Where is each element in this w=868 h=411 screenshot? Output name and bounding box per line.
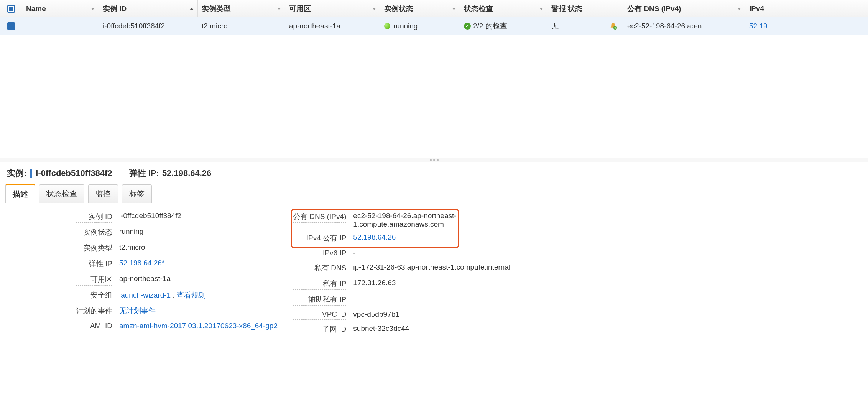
cell-public-dns-value: ec2-52-198-64-26.ap-n… <box>627 22 709 30</box>
ami-id-value[interactable]: amzn-ami-hvm-2017.03.1.20170623-x86_64-g… <box>119 322 278 331</box>
col-public-dns[interactable]: 公有 DNS (IPv4) <box>623 0 745 17</box>
sort-icon <box>277 8 281 10</box>
row-checkbox[interactable] <box>7 22 15 30</box>
detail-elastic-ip-label: 弹性 IP: <box>129 168 159 179</box>
az-value: ap-northeast-1a <box>119 275 278 286</box>
kv-right-column: 公有 DNS (IPv4) ec2-52-198-64-26.ap-northe… <box>293 212 510 335</box>
sort-icon <box>91 8 95 10</box>
description-panel: 实例 ID i-0ffcdeb510ff384f2 实例状态 running 实… <box>0 203 868 339</box>
row-checkbox-cell[interactable] <box>0 22 22 30</box>
cell-alarm-status: 无 <box>547 21 623 31</box>
tab-monitoring[interactable]: 监控 <box>88 184 118 203</box>
table-empty-area <box>0 35 868 158</box>
instance-id-label: 实例 ID <box>76 212 112 223</box>
public-ip-value[interactable]: 52.198.64.26 <box>353 233 510 244</box>
table-row[interactable]: i-0ffcdeb510ff384f2 t2.micro ap-northeas… <box>0 17 868 35</box>
selection-bar-icon <box>30 169 32 178</box>
cell-state-value: running <box>393 22 418 30</box>
cell-instance-type: t2.micro <box>198 22 285 30</box>
private-dns-value: ip-172-31-26-63.ap-northeast-1.compute.i… <box>353 263 510 274</box>
cell-public-dns: ec2-52-198-64-26.ap-n… <box>623 22 745 30</box>
instances-table: Name 实例 ID 实例类型 可用区 实例状态 状态检查 警报 状态 公有 D… <box>0 0 868 158</box>
detail-instance-id: i-0ffcdeb510ff384f2 <box>36 168 112 178</box>
secondary-private-ip-value <box>353 294 510 306</box>
cell-ipv4-value: 52.19 <box>749 22 768 30</box>
instance-type-value: t2.micro <box>119 243 278 254</box>
detail-tabs: 描述 状态检查 监控 标签 <box>0 184 868 203</box>
state-running-icon <box>384 23 390 29</box>
sort-icon <box>372 8 376 10</box>
col-alarm-status-label: 警报 状态 <box>551 4 582 14</box>
sg-link[interactable]: launch-wizard-1 <box>119 291 171 299</box>
bell-add-icon[interactable] <box>609 22 617 30</box>
cell-ipv4: 52.19 <box>745 22 776 30</box>
secondary-private-ip-label: 辅助私有 IP <box>293 294 346 306</box>
sort-icon <box>452 8 456 10</box>
cell-instance-type-value: t2.micro <box>202 22 228 30</box>
cell-status-check-value: 2/2 的检查… <box>473 21 515 31</box>
scheduled-events-label: 计划的事件 <box>76 306 112 317</box>
cell-instance-id-value: i-0ffcdeb510ff384f2 <box>103 22 165 30</box>
ipv6-label: IPv6 IP <box>293 249 346 258</box>
kv-left-column: 实例 ID i-0ffcdeb510ff384f2 实例状态 running 实… <box>76 212 278 335</box>
tab-tags[interactable]: 标签 <box>122 184 152 203</box>
subnet-id-label: 子网 ID <box>293 324 346 335</box>
table-header-row: Name 实例 ID 实例类型 可用区 实例状态 状态检查 警报 状态 公有 D… <box>0 0 868 17</box>
select-all-checkbox[interactable] <box>7 5 15 13</box>
col-name-label: Name <box>26 5 46 13</box>
tab-status-check-label: 状态检查 <box>46 189 77 198</box>
public-dns-value: ec2-52-198-64-26.ap-northeast-1.compute.… <box>353 212 468 229</box>
cell-instance-id: i-0ffcdeb510ff384f2 <box>99 22 198 30</box>
cell-az-value: ap-northeast-1a <box>289 22 340 30</box>
col-status-check-label: 状态检查 <box>464 4 493 14</box>
col-name[interactable]: Name <box>22 0 99 17</box>
panel-splitter[interactable] <box>0 158 868 162</box>
col-instance-id[interactable]: 实例 ID <box>99 0 198 17</box>
private-ip-label: 私有 IP <box>293 279 346 290</box>
sort-icon <box>539 8 543 10</box>
col-status-check[interactable]: 状态检查 <box>460 0 547 17</box>
tab-status-check[interactable]: 状态检查 <box>39 184 84 203</box>
private-dns-label: 私有 DNS <box>293 263 346 274</box>
tab-monitoring-label: 监控 <box>95 189 111 198</box>
private-ip-value: 172.31.26.63 <box>353 279 510 290</box>
scheduled-events-value[interactable]: 无计划事件 <box>119 306 278 317</box>
col-public-dns-label: 公有 DNS (IPv4) <box>627 4 681 14</box>
sg-view-rules-link[interactable]: 查看规则 <box>177 291 206 299</box>
tab-tags-label: 标签 <box>129 189 145 198</box>
sort-up-icon <box>190 8 194 10</box>
detail-header: 实例: i-0ffcdeb510ff384f2 弹性 IP: 52.198.64… <box>0 162 868 184</box>
ami-id-label: AMI ID <box>76 322 112 331</box>
sg-value-cell: launch-wizard-1 . 查看规则 <box>119 290 278 301</box>
instance-state-label: 实例状态 <box>76 227 112 238</box>
cell-alarm-status-value: 无 <box>551 21 609 31</box>
ipv6-value: - <box>353 249 510 258</box>
col-az[interactable]: 可用区 <box>285 0 380 17</box>
cell-state: running <box>380 22 460 30</box>
instance-state-value: running <box>119 227 278 238</box>
instance-type-label: 实例类型 <box>76 243 112 254</box>
public-ip-label: IPv4 公有 IP <box>293 233 346 244</box>
col-az-label: 可用区 <box>289 4 311 14</box>
col-ipv4[interactable]: IPv4 <box>745 0 776 17</box>
sort-icon <box>737 8 741 10</box>
col-alarm-status[interactable]: 警报 状态 <box>547 0 623 17</box>
tab-description[interactable]: 描述 <box>5 184 35 203</box>
col-instance-type-label: 实例类型 <box>202 4 231 14</box>
checkmark-icon: ✓ <box>464 23 471 30</box>
header-checkbox-cell[interactable] <box>0 0 22 17</box>
detail-instance-label: 实例: <box>7 168 26 179</box>
az-label: 可用区 <box>76 275 112 286</box>
col-state-label: 实例状态 <box>384 4 413 14</box>
elastic-ip-value[interactable]: 52.198.64.26* <box>119 259 278 270</box>
col-instance-type[interactable]: 实例类型 <box>198 0 285 17</box>
subnet-id-value: subnet-32c3dc44 <box>353 324 510 335</box>
vpc-id-label: VPC ID <box>293 310 346 320</box>
public-dns-label: 公有 DNS (IPv4) <box>293 212 346 223</box>
col-instance-id-label: 实例 ID <box>103 4 127 14</box>
tab-description-label: 描述 <box>13 190 28 198</box>
sg-label: 安全组 <box>76 290 112 301</box>
cell-az: ap-northeast-1a <box>285 22 380 30</box>
cell-status-check: ✓2/2 的检查… <box>460 21 547 31</box>
col-state[interactable]: 实例状态 <box>380 0 460 17</box>
